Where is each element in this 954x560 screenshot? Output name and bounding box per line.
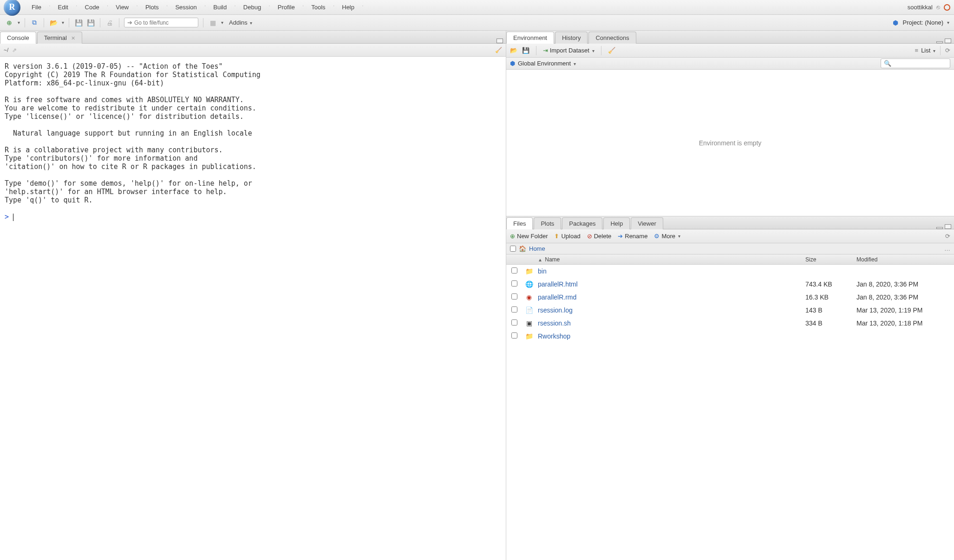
minimize-pane-icon[interactable] bbox=[936, 41, 943, 43]
tab-history[interactable]: History bbox=[555, 32, 588, 44]
file-name[interactable]: parallelR.html bbox=[536, 280, 805, 288]
row-checkbox[interactable] bbox=[511, 306, 517, 313]
new-folder-button[interactable]: ⊕ New Folder bbox=[510, 233, 548, 240]
file-name[interactable]: parallelR.rmd bbox=[536, 293, 805, 301]
close-icon[interactable]: ✕ bbox=[71, 35, 75, 41]
env-search[interactable]: 🔍 bbox=[881, 59, 950, 68]
more-path-icon[interactable]: … bbox=[944, 245, 950, 252]
open-file-icon[interactable]: 📂 bbox=[49, 18, 58, 27]
chevron-down-icon[interactable]: ▾ bbox=[18, 20, 20, 25]
menu-sep: · bbox=[361, 2, 365, 13]
addins-menu[interactable]: Addins ▾ bbox=[226, 19, 255, 26]
delete-button[interactable]: ⊘ Delete bbox=[587, 233, 612, 240]
menu-edit[interactable]: Edit bbox=[53, 2, 73, 13]
tab-terminal[interactable]: Terminal ✕ bbox=[37, 32, 83, 44]
rstudio-logo-icon: R bbox=[4, 0, 20, 16]
more-button[interactable]: ⚙ More ▾ bbox=[654, 233, 680, 240]
save-workspace-icon[interactable]: 💾 bbox=[522, 47, 529, 54]
env-search-input[interactable] bbox=[891, 60, 947, 67]
print-icon[interactable]: 🖨 bbox=[105, 18, 114, 27]
menu-debug[interactable]: Debug bbox=[239, 2, 266, 13]
menu-file[interactable]: File bbox=[27, 2, 46, 13]
file-type-icon: 🌐 bbox=[522, 280, 536, 288]
row-checkbox[interactable] bbox=[511, 280, 517, 287]
menu-tools[interactable]: Tools bbox=[307, 2, 330, 13]
file-name[interactable]: Rworkshop bbox=[536, 332, 805, 340]
file-size: 143 B bbox=[805, 306, 856, 314]
row-checkbox[interactable] bbox=[511, 319, 517, 326]
goto-file-function[interactable]: ➔ bbox=[124, 18, 198, 27]
files-tabbar-right bbox=[936, 224, 954, 229]
menu-build[interactable]: Build bbox=[209, 2, 231, 13]
tab-connections[interactable]: Connections bbox=[588, 32, 636, 44]
grid-icon[interactable]: ▦ bbox=[208, 18, 217, 27]
menu-profile[interactable]: Profile bbox=[273, 2, 300, 13]
save-all-icon[interactable]: 💾 bbox=[86, 18, 95, 27]
signout-icon[interactable]: ⎋ bbox=[936, 4, 940, 11]
file-name[interactable]: bin bbox=[536, 267, 805, 275]
refresh-icon[interactable]: ⟳ bbox=[945, 47, 950, 54]
tab-environment[interactable]: Environment bbox=[506, 32, 554, 44]
import-dataset-button[interactable]: ⇥ Import Dataset ▾ bbox=[543, 47, 595, 54]
tab-files[interactable]: Files bbox=[506, 217, 533, 229]
tab-console[interactable]: Console bbox=[0, 32, 36, 44]
console-path-link-icon[interactable]: ⇗ bbox=[12, 47, 17, 53]
menu-view[interactable]: View bbox=[111, 2, 133, 13]
maximize-pane-icon[interactable] bbox=[497, 39, 503, 43]
scope-select[interactable]: Global Environment ▾ bbox=[518, 60, 576, 67]
upload-button[interactable]: ⬆ Upload bbox=[554, 233, 580, 240]
clear-workspace-icon[interactable]: 🧹 bbox=[608, 47, 615, 54]
new-project-icon[interactable]: ⧉ bbox=[30, 18, 39, 27]
breadcrumb-home[interactable]: Home bbox=[529, 245, 545, 252]
row-checkbox[interactable] bbox=[511, 267, 517, 273]
view-mode-select[interactable]: List ▾ bbox=[921, 47, 935, 54]
file-name[interactable]: rsession.log bbox=[536, 306, 805, 314]
project-label[interactable]: Project: (None) bbox=[903, 19, 943, 26]
toolbar-sep bbox=[100, 18, 100, 27]
tab-plots[interactable]: Plots bbox=[534, 217, 561, 229]
rename-label: Rename bbox=[625, 233, 647, 240]
row-checkbox[interactable] bbox=[511, 332, 517, 339]
minimize-pane-icon[interactable] bbox=[936, 227, 943, 229]
menu-code[interactable]: Code bbox=[80, 2, 104, 13]
chevron-down-icon[interactable]: ▾ bbox=[947, 20, 949, 25]
chevron-down-icon: ▾ bbox=[678, 234, 680, 239]
chevron-down-icon: ▾ bbox=[574, 61, 576, 66]
new-file-icon[interactable]: ⊕ bbox=[5, 18, 14, 27]
header-name[interactable]: ▲ Name bbox=[536, 256, 805, 263]
delete-icon: ⊘ bbox=[587, 233, 592, 240]
save-icon[interactable]: 💾 bbox=[74, 18, 83, 27]
tab-packages[interactable]: Packages bbox=[562, 217, 602, 229]
power-icon[interactable] bbox=[944, 4, 950, 11]
menu-sep: · bbox=[106, 2, 110, 13]
header-modified[interactable]: Modified bbox=[856, 256, 954, 263]
chevron-down-icon[interactable]: ▾ bbox=[221, 20, 223, 25]
tab-help[interactable]: Help bbox=[603, 217, 630, 229]
row-checkbox-cell bbox=[506, 306, 522, 314]
console-body[interactable]: R version 3.6.1 (2019-07-05) -- "Action … bbox=[0, 57, 506, 560]
rename-button[interactable]: ➔ Rename bbox=[618, 233, 647, 240]
tab-viewer[interactable]: Viewer bbox=[631, 217, 663, 229]
menu-help[interactable]: Help bbox=[337, 2, 359, 13]
row-checkbox-cell bbox=[506, 293, 522, 301]
toolbar-sep bbox=[203, 18, 203, 27]
goto-input[interactable] bbox=[134, 20, 195, 26]
console-tabbar-right bbox=[497, 39, 506, 43]
upload-label: Upload bbox=[561, 233, 580, 240]
tab-terminal-label: Terminal bbox=[44, 34, 67, 41]
menu-session[interactable]: Session bbox=[170, 2, 201, 13]
broom-icon[interactable]: 🧹 bbox=[495, 47, 502, 53]
row-checkbox[interactable] bbox=[511, 293, 517, 300]
select-all-checkbox[interactable] bbox=[510, 246, 516, 252]
load-workspace-icon[interactable]: 📂 bbox=[510, 47, 517, 54]
home-icon[interactable]: 🏠 bbox=[519, 245, 526, 252]
menu-plots[interactable]: Plots bbox=[141, 2, 163, 13]
header-size[interactable]: Size bbox=[805, 256, 856, 263]
file-name[interactable]: rsession.sh bbox=[536, 319, 805, 327]
toolbar-sep bbox=[940, 46, 941, 55]
maximize-pane-icon[interactable] bbox=[945, 224, 951, 229]
files-toolbar: ⊕ New Folder ⬆ Upload ⊘ Delete ➔ Rename … bbox=[506, 229, 954, 243]
maximize-pane-icon[interactable] bbox=[945, 39, 951, 43]
chevron-down-icon[interactable]: ▾ bbox=[62, 20, 64, 25]
refresh-icon[interactable]: ⟳ bbox=[945, 233, 950, 240]
